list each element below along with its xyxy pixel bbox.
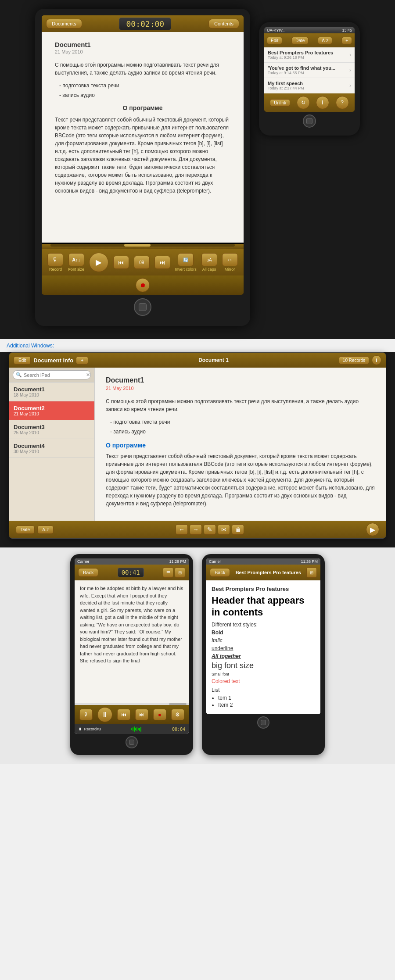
section-devices: Documents 00:02:00 Contents Document1 21…	[0, 0, 395, 339]
main-content-area: Document1 21 May 2010 С помощью этой про…	[95, 368, 386, 521]
contents-button[interactable]: Contents	[208, 19, 239, 29]
plus-button[interactable]: +	[76, 356, 88, 365]
delete-icon-button[interactable]: 🗑	[232, 524, 244, 535]
main-doc-date: 21 May 2010	[106, 386, 375, 391]
doc-list-date: 25 May 2010	[14, 430, 90, 435]
doc-list-item: - подготовка текста речи	[110, 418, 375, 427]
iphone-home-button[interactable]	[303, 114, 316, 128]
ipad-bottom-toolbar: 🎙 Record A↑↓ Font size ▶ ⏮ 09 ⏭	[42, 249, 244, 275]
list-item[interactable]: My first speech Today at 2:37:44 PM ›	[264, 78, 355, 93]
back-button[interactable]: Back	[78, 568, 98, 577]
phone-home-button[interactable]	[126, 736, 138, 748]
documents-button[interactable]: Documents	[46, 19, 82, 29]
main-doc-list: - подготовка текста речи - запись аудио	[110, 418, 375, 436]
rewind-tool[interactable]: ⏮	[113, 256, 129, 269]
doc-list-item: - подготовка текста речи	[59, 81, 230, 91]
chevron-right-icon: ›	[349, 82, 351, 89]
pause-button[interactable]: ⏸	[97, 707, 112, 722]
doc-list-title: Document2	[14, 405, 90, 411]
main-doc-heading: О программе	[106, 442, 375, 449]
forward-nav-button[interactable]: →	[190, 524, 202, 535]
ipad-home-button[interactable]	[134, 298, 151, 316]
back-nav-button[interactable]: ←	[176, 524, 188, 535]
record-button[interactable]: ⏺	[136, 278, 150, 292]
az-sort-button[interactable]: A-z	[37, 526, 54, 534]
right-phone-screen: Carrier 11:26 PM Back Best Prompters Pro…	[206, 558, 320, 714]
date-button[interactable]: Date	[291, 37, 309, 44]
play-button[interactable]: ▶	[366, 523, 379, 536]
bottom-nav-buttons: ← → ✎ ✉ 🗑	[176, 524, 244, 535]
italic-text: Italic	[212, 637, 315, 644]
main-doc-text2: Текст речи представляет собой обычный те…	[106, 452, 375, 508]
document-list-item[interactable]: Document3 25 May 2010	[9, 420, 94, 439]
grid-icon[interactable]: ⊞	[175, 567, 185, 578]
ipad-screen: Documents 00:02:00 Contents Document1 21…	[42, 15, 244, 295]
play-button[interactable]: ▶	[89, 253, 108, 272]
scrollbar-thumb[interactable]	[169, 703, 187, 705]
list-section-title: List	[212, 687, 315, 693]
ipad-scrollbar-thumb[interactable]	[124, 244, 151, 247]
invert-tool[interactable]: 🔄 Invert colors	[175, 253, 197, 272]
doc-date: 21 May 2010	[55, 49, 230, 54]
font-size-label: Font size	[68, 267, 84, 272]
phone-home-button[interactable]	[257, 716, 269, 729]
time-label: 11:26 PM	[301, 559, 318, 564]
invert-label: Invert colors	[175, 267, 197, 272]
document-list-item[interactable]: Document2 21 May 2010	[9, 401, 94, 420]
settings-button[interactable]: ⚙	[171, 709, 184, 720]
font-size-tool[interactable]: A↑↓ Font size	[68, 253, 84, 272]
help-button[interactable]: ?	[336, 96, 349, 109]
list-item: Item 2	[218, 702, 315, 708]
unlink-button[interactable]: Unlink	[270, 99, 290, 107]
text-styles-label: Different text styles:	[212, 622, 315, 628]
wave-bar	[140, 727, 141, 732]
microphone-button[interactable]: 🎙	[79, 709, 93, 720]
wave-bar	[139, 728, 140, 731]
features-heading: Header that appears in contents	[212, 595, 315, 618]
forward-tool[interactable]: ⏭	[154, 256, 170, 269]
info-button[interactable]: i	[372, 355, 381, 365]
sidebar: 🔍 ✕ Document1 18 May 2010 Document2 21 M…	[9, 368, 95, 521]
search-input[interactable]	[24, 372, 84, 378]
list-icon[interactable]: ☰	[163, 567, 173, 578]
edit-button[interactable]: Edit	[267, 37, 282, 44]
date-sort-button[interactable]: Date	[16, 526, 35, 534]
info-button[interactable]: i	[316, 96, 329, 109]
share-icon[interactable]: ⊞	[306, 567, 317, 578]
list-item[interactable]: Best Prompters Pro features Today at 9:2…	[264, 47, 355, 63]
speed-tool[interactable]: 09	[134, 256, 150, 269]
phone-content: for me to be adopted at birth by a lawye…	[75, 580, 189, 703]
mirror-icon: ↔	[222, 253, 238, 266]
app-titlebar: Edit Document Info + Document 1 10 Recor…	[9, 353, 386, 368]
allcaps-tool[interactable]: aA All caps	[201, 253, 217, 272]
doc-list-date: 21 May 2010	[14, 411, 90, 416]
titlebar-right: 10 Records i	[339, 355, 381, 365]
back-button[interactable]: Back	[210, 568, 230, 577]
list-item[interactable]: 'You've got to find what you... Today at…	[264, 63, 355, 78]
waveform	[131, 726, 141, 733]
forward-button[interactable]: ⏭	[135, 709, 148, 720]
record-tool[interactable]: 🎙 Record	[47, 253, 63, 272]
allcaps-label: All caps	[202, 267, 216, 272]
rewind-button[interactable]: ⏮	[117, 709, 130, 720]
edit-icon-button[interactable]: ✎	[204, 524, 216, 535]
main-doc-text1: С помощью этой программы можно подготавл…	[106, 397, 375, 413]
document-list-item[interactable]: Document4 30 May 2010	[9, 439, 94, 458]
clear-search-icon[interactable]: ✕	[86, 372, 90, 378]
item-date: Today at 9:26:18 PM	[268, 55, 333, 60]
item-title: My first speech	[268, 81, 304, 86]
az-button[interactable]: A-z	[318, 37, 332, 44]
search-icon: 🔍	[16, 372, 22, 378]
add-button[interactable]: +	[341, 37, 352, 44]
edit-button[interactable]: Edit	[14, 356, 31, 365]
underline-text: underline	[212, 645, 315, 651]
records-badge: 10 Records	[339, 356, 369, 365]
doc-info-title: Document Info	[33, 357, 73, 364]
email-icon-button[interactable]: ✉	[218, 524, 230, 535]
doc-list-item: - запись аудио	[110, 427, 375, 437]
refresh-button[interactable]: ↻	[297, 96, 310, 109]
document-list-item[interactable]: Document1 18 May 2010	[9, 383, 94, 401]
stop-button[interactable]: ■	[153, 709, 166, 720]
mirror-tool[interactable]: ↔ Mirror	[222, 253, 238, 272]
item-title: 'You've got to find what you...	[268, 65, 335, 71]
